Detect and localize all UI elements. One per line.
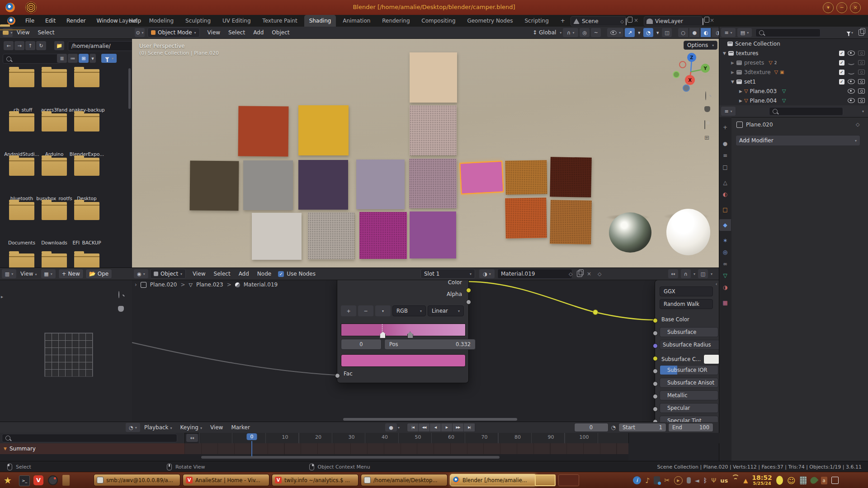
- socket-specular-tint-input[interactable]: [653, 419, 658, 422]
- tray-music-icon[interactable]: ♪: [645, 476, 650, 485]
- folder-item[interactable]: busybox_rootfs: [38, 158, 71, 201]
- navigation-axis-gizmo[interactable]: Z Y X: [673, 50, 711, 92]
- viewlayer-selector[interactable]: ViewLayer: [644, 16, 703, 26]
- reroute-node[interactable]: [593, 310, 598, 315]
- properties-editor-type-icon[interactable]: ≡: [721, 107, 736, 116]
- workspace-pager-active[interactable]: [535, 474, 556, 486]
- magenta-plane[interactable]: [359, 212, 407, 259]
- node-snap-magnet-icon[interactable]: ∩: [681, 269, 691, 278]
- folder-item-partial[interactable]: [38, 253, 71, 267]
- tab-compositing[interactable]: Compositing: [416, 15, 460, 27]
- close-window-button[interactable]: ×: [850, 2, 861, 13]
- socket-subsurface-input[interactable]: [653, 331, 658, 336]
- display-thumbnail-icon[interactable]: ⊞: [79, 54, 89, 63]
- menu-render[interactable]: Render: [62, 15, 90, 27]
- fake-user-shield-icon[interactable]: ◇: [569, 271, 572, 277]
- outliner-row-presets[interactable]: ▶ presets ▽2 ✓: [719, 58, 868, 67]
- grey-plane[interactable]: [243, 160, 293, 210]
- file-search-input[interactable]: [3, 54, 61, 64]
- folder-item[interactable]: anakey-backup: [71, 69, 103, 113]
- minimize-window-button[interactable]: −: [836, 2, 847, 13]
- add-stop-button[interactable]: +: [341, 305, 356, 316]
- viewport-camera-icon[interactable]: [704, 121, 705, 129]
- hide-eye-icon[interactable]: [848, 98, 855, 103]
- tab-texture-paint[interactable]: Texture Paint: [257, 15, 302, 27]
- summary-channel[interactable]: ▼ Summary: [0, 443, 184, 454]
- chrome-sphere[interactable]: [609, 212, 651, 253]
- tray-clock[interactable]: 18:52 5/25/24: [752, 474, 772, 486]
- shader-menu-select[interactable]: Select: [210, 271, 235, 277]
- checkbox-icon[interactable]: ✓: [839, 70, 844, 75]
- image-thumbnail[interactable]: [44, 333, 93, 377]
- tray-volume-muted-icon[interactable]: ◄: [695, 477, 699, 484]
- input-specular[interactable]: Specular: [660, 403, 718, 413]
- outliner-row-textures[interactable]: ▼ textures ✓: [719, 48, 868, 58]
- jump-end-icon[interactable]: ▶|: [464, 423, 475, 432]
- tab-sculpting[interactable]: Sculpting: [180, 15, 216, 27]
- breadcrumb-material[interactable]: Material.019: [244, 282, 278, 288]
- ramp-stop-handle[interactable]: [407, 332, 413, 338]
- menu-file[interactable]: File: [21, 15, 39, 27]
- tray-mic-icon[interactable]: [687, 477, 691, 483]
- outliner-row-3dtexture[interactable]: ▶ 3dtexture ▽ ▣ ✓: [719, 67, 868, 77]
- outliner-filter-button[interactable]: ▾: [846, 31, 853, 35]
- launcher-camera-icon[interactable]: [48, 475, 58, 485]
- mauve-plane[interactable]: [409, 159, 457, 208]
- taupe-plane[interactable]: [308, 212, 354, 259]
- play-icon[interactable]: ▶: [441, 423, 453, 432]
- tray-warning-icon[interactable]: ▲: [743, 477, 748, 484]
- keying-dropdown[interactable]: ▾: [398, 426, 400, 430]
- collapse-icon[interactable]: ▶: [731, 61, 734, 65]
- subsurface-method-dropdown[interactable]: Random Walk: [660, 299, 713, 309]
- tray-window-icon[interactable]: [831, 477, 839, 484]
- tray-bluetooth-icon[interactable]: ᛒ: [703, 477, 707, 484]
- ochre-plane[interactable]: [505, 160, 547, 195]
- frame-start-field[interactable]: Start1: [618, 423, 666, 432]
- image-editor-menu-view[interactable]: View: [16, 271, 41, 277]
- colorramp-node[interactable]: Color Alpha + − ▾ RGB Linear 0 Pos0.332: [337, 276, 469, 383]
- folder-item[interactable]: _cb_stuff: [5, 69, 38, 113]
- image-new-button[interactable]: + New: [58, 269, 84, 279]
- file-browser-editor-type-icon[interactable]: [3, 28, 13, 37]
- display-horizontal-list-icon[interactable]: ≔: [68, 54, 78, 63]
- file-browser-menu-select[interactable]: Select: [33, 29, 58, 36]
- tab-uv-editing[interactable]: UV Editing: [217, 15, 256, 27]
- pin-material-icon[interactable]: ◇: [598, 271, 601, 277]
- hide-eye-closed-icon[interactable]: [848, 70, 855, 75]
- folder-item[interactable]: Downloads: [38, 202, 71, 245]
- distribution-dropdown[interactable]: GGX: [660, 286, 713, 296]
- tab-object-data-icon[interactable]: ▽: [719, 270, 731, 282]
- timeline-menu-playback[interactable]: Playback: [140, 424, 176, 431]
- taskbar-window-button[interactable]: smb://awv@10.0.0.89/a...: [94, 474, 180, 486]
- new-material-icon[interactable]: [577, 271, 582, 277]
- folder-item[interactable]: Documents: [5, 202, 38, 245]
- outliner-row-plane003[interactable]: ▶ ▽Plane.003 ▽: [719, 86, 868, 96]
- taskbar-window-button[interactable]: /home/amalie/Desktop...: [361, 474, 448, 486]
- input-subsurface-ior[interactable]: Subsurface IOR: [660, 365, 718, 375]
- playhead-frame-indicator[interactable]: 0: [247, 433, 257, 440]
- material-slot-dropdown[interactable]: Slot 1: [420, 269, 475, 279]
- use-nodes-checkbox[interactable]: ✓ Use Nodes: [278, 271, 316, 277]
- render-camera-icon[interactable]: [858, 98, 865, 103]
- white-sphere[interactable]: [666, 209, 710, 255]
- tray-wifi-icon[interactable]: [732, 478, 739, 483]
- image-pan-hand-icon[interactable]: [118, 306, 124, 312]
- render-camera-icon[interactable]: [858, 79, 865, 84]
- frame-end-field[interactable]: End100: [668, 423, 713, 432]
- tab-rendering[interactable]: Rendering: [377, 15, 415, 27]
- shader-menu-view[interactable]: View: [189, 271, 209, 277]
- shader-menu-node[interactable]: Node: [253, 271, 275, 277]
- socket-subsurface-color-input[interactable]: [653, 356, 658, 361]
- play-reverse-icon[interactable]: ◀: [430, 423, 441, 432]
- outliner-row-plane004[interactable]: ▶ ▽Plane.004 ▽: [719, 96, 868, 105]
- socket-subsurface-ior-input[interactable]: [653, 369, 658, 374]
- render-camera-icon[interactable]: [858, 89, 865, 94]
- create-directory-icon[interactable]: 📁: [54, 41, 64, 50]
- outliner-search-input[interactable]: [755, 28, 821, 37]
- next-keyframe-icon[interactable]: ▶▶: [453, 423, 464, 432]
- launcher-vivaldi-icon[interactable]: V: [33, 475, 43, 485]
- stop-index-field[interactable]: 0: [341, 339, 382, 350]
- tray-player-icon[interactable]: ▶: [674, 476, 683, 485]
- input-metallic[interactable]: Metallic: [660, 390, 718, 400]
- checkbox-icon[interactable]: ✓: [839, 60, 844, 66]
